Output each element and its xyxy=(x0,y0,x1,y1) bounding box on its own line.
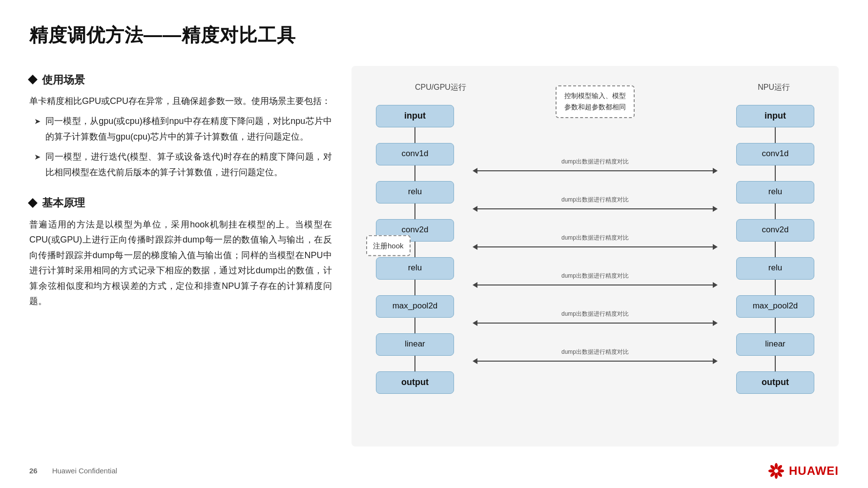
arrow-label-2: dump出数据进行精度对比 xyxy=(561,195,629,204)
huawei-logo: HUAWEI xyxy=(767,461,839,481)
svg-point-6 xyxy=(768,469,775,472)
right-node-relu1: relu xyxy=(736,181,814,203)
section1-intro: 单卡精度相比GPU或CPU存在异常，且确保超参数一致。使用场景主要包括： xyxy=(29,94,332,109)
arrow-bullet-1: ➤ xyxy=(34,115,41,128)
diagram-panel: CPU/GPU运行 NPU运行 控制模型输入、模型 参数和超参数都相同 注册ho… xyxy=(351,66,839,447)
annotation-line1: 控制模型输入、模型 xyxy=(564,92,626,100)
arrow-label-3: dump出数据进行精度对比 xyxy=(561,233,629,243)
svg-point-4 xyxy=(775,473,778,479)
left-node-relu1: relu xyxy=(376,181,454,203)
right-node-conv1d: conv1d xyxy=(736,143,814,165)
diagram-columns: CPU/GPU运行 NPU运行 控制模型输入、模型 参数和超参数都相同 注册ho… xyxy=(371,81,819,394)
left-node-maxpool: max_pool2d xyxy=(376,295,454,318)
huawei-flower-icon xyxy=(767,462,785,480)
right-node-conv2d: conv2d xyxy=(736,219,814,242)
left-node-output: output xyxy=(376,371,454,394)
arrow-label-6: dump出数据进行精度对比 xyxy=(561,347,629,357)
section2-content: 普遍适用的方法是以模型为单位，采用hook机制挂在模型的上。当模型在CPU(或G… xyxy=(29,217,332,309)
section2-header: 基本原理 xyxy=(42,194,85,212)
section1-bullets: ➤ 同一模型，从gpu(或cpu)移植到npu中存在精度下降问题，对比npu芯片… xyxy=(34,114,332,180)
svg-point-2 xyxy=(778,469,785,472)
footer: 26 Huawei Confidential xyxy=(29,461,839,481)
left-node-relu2: relu xyxy=(376,257,454,280)
brand-label: HUAWEI xyxy=(789,461,839,481)
left-node-input: input xyxy=(376,105,454,127)
page-number: 26 xyxy=(29,465,38,477)
page-title: 精度调优方法——精度对比工具 xyxy=(29,20,839,51)
right-node-maxpool: max_pool2d xyxy=(736,295,814,318)
left-node-conv1d: conv1d xyxy=(376,143,454,165)
bullet-diamond-1 xyxy=(28,75,38,84)
right-nodes-col: input conv1d relu conv2d relu max_pool2d… xyxy=(731,105,819,394)
arrow-label-4: dump出数据进行精度对比 xyxy=(561,271,629,281)
arrow-label-1: dump出数据进行精度对比 xyxy=(561,157,629,166)
right-node-relu2: relu xyxy=(736,257,814,280)
arrow-bullet-2: ➤ xyxy=(34,150,41,164)
annotation-box: 控制模型输入、模型 参数和超参数都相同 xyxy=(556,85,635,119)
confidential-label: Huawei Confidential xyxy=(52,465,117,477)
right-node-output: output xyxy=(736,371,814,394)
left-col-label: CPU/GPU运行 xyxy=(415,81,466,94)
right-col-label: NPU运行 xyxy=(758,81,790,94)
right-node-input: input xyxy=(736,105,814,127)
hook-label-box: 注册hook xyxy=(366,235,411,256)
arrow-label-5: dump出数据进行精度对比 xyxy=(561,309,629,319)
bullet-item-1: 同一模型，从gpu(或cpu)移植到npu中存在精度下降问题，对比npu芯片中的… xyxy=(45,114,332,144)
section1-header: 使用场景 xyxy=(42,71,85,89)
left-node-linear: linear xyxy=(376,333,454,356)
right-node-linear: linear xyxy=(736,333,814,356)
annotation-line2: 参数和超参数都相同 xyxy=(564,103,626,111)
bullet-item-2: 同一模型，进行迭代(模型、算子或设备迭代)时存在的精度下降问题，对比相同模型在迭… xyxy=(45,149,332,180)
diagram-inner: input conv1d relu conv2d relu max_pool2d… xyxy=(371,81,819,394)
bullet-diamond-2 xyxy=(28,198,38,208)
middle-arrows-col: dump出数据进行精度对比 dump出数据进行精度对比 xyxy=(459,105,731,367)
svg-point-0 xyxy=(775,463,778,469)
